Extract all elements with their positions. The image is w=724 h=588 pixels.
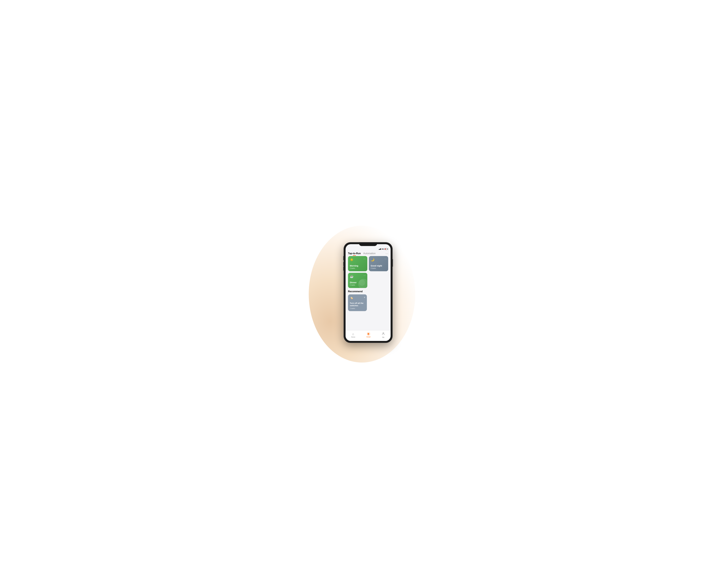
morning-card-tasks: 2 tasks bbox=[350, 267, 365, 269]
notch bbox=[359, 243, 377, 246]
goodnight-card-menu[interactable]: ··· bbox=[384, 257, 387, 260]
status-icons: 4G bbox=[379, 248, 387, 250]
recommend-card-tasks: 2 tasks bbox=[350, 308, 365, 309]
tab-tap-to-run[interactable]: Tap-to-Run bbox=[348, 252, 361, 255]
dinner-card-tasks: 2 tasks bbox=[350, 284, 365, 286]
tag-icon: 🏷️ bbox=[350, 296, 365, 299]
nav-me[interactable]: Me bbox=[382, 332, 385, 338]
morning-sun-icon: ☀️ bbox=[350, 258, 365, 261]
dinner-card-title: Dinner bbox=[350, 281, 365, 284]
tab-header: Tap-to-Run Automation ··· bbox=[345, 251, 390, 256]
goodnight-card-title: Good night bbox=[371, 265, 386, 267]
goodnight-card-tasks: 4 tasks bbox=[371, 267, 386, 269]
nav-smart-label: Smart bbox=[366, 336, 370, 338]
dinner-card-menu[interactable]: ··· bbox=[363, 274, 366, 277]
morning-card-title: Morning bbox=[350, 265, 365, 267]
svg-point-0 bbox=[383, 332, 384, 334]
recommend-section: Recommend + 🏷️ Turn off all the switches… bbox=[348, 290, 388, 311]
nav-home[interactable]: ⌂ Home bbox=[351, 332, 355, 338]
phone-shell: 4G Tap-to-Run Automation ··· bbox=[344, 243, 393, 343]
network-label: 4G bbox=[382, 248, 384, 250]
cards-grid: ··· ☀️ Morning 2 tasks ··· 🌙 Good night … bbox=[348, 256, 388, 288]
signal-icon bbox=[379, 248, 381, 250]
home-icon: ⌂ bbox=[352, 332, 354, 336]
recommend-card-title: Turn off all the switches bbox=[350, 302, 365, 307]
battery-icon bbox=[384, 248, 387, 250]
turn-off-switches-card[interactable]: + 🏷️ Turn off all the switches 2 tasks bbox=[348, 294, 367, 311]
nav-smart[interactable]: Smart bbox=[366, 332, 370, 338]
goodnight-moon-icon: 🌙 bbox=[371, 258, 386, 261]
tabs: Tap-to-Run Automation bbox=[348, 252, 376, 255]
recommend-title: Recommend bbox=[348, 290, 388, 293]
dinner-cup-icon: ☕ bbox=[350, 275, 365, 278]
nav-me-label: Me bbox=[382, 337, 384, 338]
add-button[interactable]: + bbox=[364, 296, 365, 299]
main-content: ··· ☀️ Morning 2 tasks ··· 🌙 Good night … bbox=[345, 256, 390, 330]
goodnight-card[interactable]: ··· 🌙 Good night 4 tasks bbox=[369, 256, 388, 271]
smart-sun-icon bbox=[367, 332, 370, 336]
nav-home-label: Home bbox=[351, 336, 355, 338]
tab-automation[interactable]: Automation bbox=[363, 252, 376, 255]
bottom-nav: ⌂ Home Smart bbox=[345, 330, 390, 341]
morning-card-menu[interactable]: ··· bbox=[363, 257, 366, 260]
morning-card[interactable]: ··· ☀️ Morning 2 tasks bbox=[348, 256, 367, 271]
scene: 4G Tap-to-Run Automation ··· bbox=[309, 226, 415, 362]
dinner-card[interactable]: ··· ☕ Dinner 2 tasks bbox=[348, 273, 367, 288]
more-button[interactable]: ··· bbox=[385, 252, 388, 255]
me-icon bbox=[382, 332, 385, 336]
screen: 4G Tap-to-Run Automation ··· bbox=[345, 244, 390, 341]
